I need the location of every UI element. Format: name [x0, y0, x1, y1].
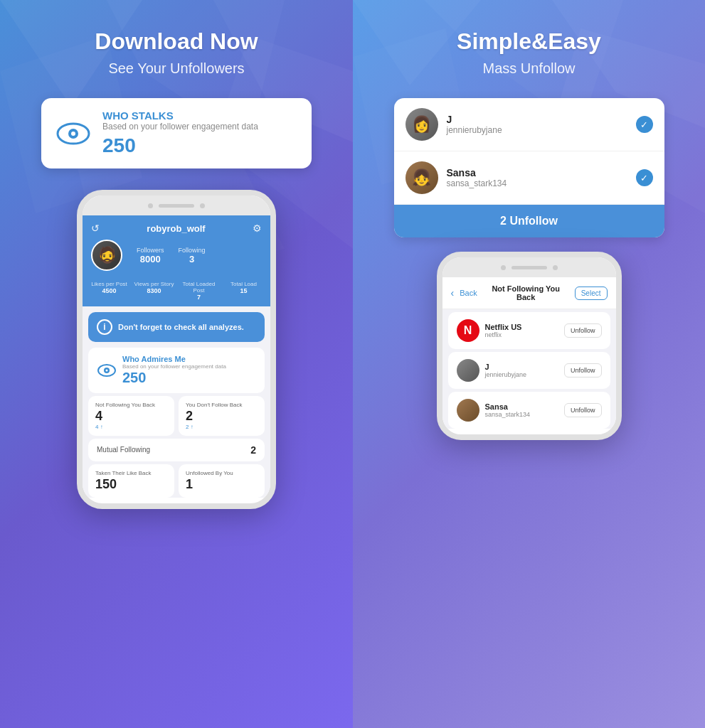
sub-stat-posts: Total Loaded Post 7: [178, 281, 220, 301]
stalks-title: WHO STALKS: [102, 109, 258, 122]
profile-avatar: 🧔: [91, 240, 122, 271]
back-button[interactable]: Back: [460, 289, 477, 297]
nav-title: Not Following You Back: [483, 284, 569, 301]
following-stat: Following 3: [179, 247, 206, 264]
stats-grid: Not Following You Back 4 4 ↑ You Don't F…: [88, 396, 265, 436]
stalks-count: 250: [102, 134, 258, 157]
who-stalks-card: WHO STALKS Based on your follower engage…: [41, 98, 312, 168]
sansa-user-info: Sansa sansa_stark134: [447, 167, 636, 188]
j-unfollow-button[interactable]: Unfollow: [564, 363, 602, 378]
netflix-avatar: N: [457, 319, 479, 342]
stalks-info: WHO STALKS Based on your follower engage…: [102, 109, 258, 157]
not-following-card: Not Following You Back 4 4 ↑: [88, 396, 174, 436]
svg-point-8: [71, 132, 75, 136]
info-text: Don't forget to check all analyzes.: [118, 323, 244, 331]
unfollowed-card: Unfollowed By You 1: [179, 464, 265, 498]
j-list-item: J jennierubyjane Unfollow: [448, 352, 610, 389]
right-phone-mockup: ‹ Back Not Following You Back Select N N…: [437, 252, 622, 440]
right-panel-subtitle: Mass Unfollow: [482, 60, 575, 77]
unfollow-list-card: 👩 J jennierubyjane ✓ 👧 Sansa sansa_stark…: [394, 98, 664, 237]
left-panel-title: Download Now: [95, 28, 258, 55]
mini-eye-icon: [97, 360, 117, 380]
who-admires-row: Who Admires Me Based on your follower en…: [97, 355, 256, 386]
right-phone-nav: ‹ Back Not Following You Back Select: [442, 277, 616, 309]
j-small-avatar: [457, 359, 479, 382]
sansa-avatar: 👧: [405, 161, 438, 194]
phone-dot2: [200, 203, 205, 208]
netflix-user-info: Netflix US netflix: [485, 323, 558, 338]
netflix-unfollow-button[interactable]: Unfollow: [564, 323, 602, 338]
phone-sub-stats: Likes per Post 4500 Views per Story 8300…: [83, 278, 270, 306]
select-button[interactable]: Select: [575, 287, 608, 300]
phone-screen: ↺ robyrob_wolf ⚙ 🧔 Followers 8000 Follow…: [83, 215, 270, 498]
left-panel-subtitle: See Your Unfollowers: [108, 60, 244, 77]
info-icon: i: [97, 319, 112, 335]
mass-unfollow-button[interactable]: 2 Unfollow: [394, 205, 664, 237]
right-panel-title: Simple&Easy: [457, 28, 601, 55]
info-banner: i Don't forget to check all analyzes.: [88, 312, 265, 342]
unfollow-user-sansa: 👧 Sansa sansa_stark134 ✓: [394, 151, 664, 205]
stalks-subtitle: Based on your follower engagement data: [102, 122, 258, 132]
right-phone-speaker: [511, 266, 547, 269]
sansa-check-icon: ✓: [636, 169, 653, 186]
j-user-info: J jennierubyjane: [447, 114, 636, 135]
svg-point-11: [106, 370, 108, 372]
j-avatar: 👩: [405, 108, 438, 141]
j-check-icon: ✓: [636, 116, 653, 133]
taken-likes-card: Taken Their Like Back 150: [88, 464, 174, 498]
followers-stat: Followers 8000: [137, 247, 164, 264]
back-arrow-icon: ‹: [451, 287, 455, 299]
right-phone-dot2: [553, 265, 558, 270]
sub-stat-views: Views per Story 8300: [133, 281, 175, 301]
j-list-user-info: J jennierubyjane: [485, 363, 558, 378]
sub-stat-load: Total Load 15: [223, 281, 265, 301]
phone-username: robyrob_wolf: [147, 223, 205, 234]
phone-speaker: [159, 204, 194, 208]
left-panel: Download Now See Your Unfollowers WHO ST…: [0, 0, 353, 728]
sub-stat-likes: Likes per Post 4500: [88, 281, 130, 301]
right-phone-camera: [501, 265, 506, 270]
sansa-small-avatar: [457, 399, 479, 422]
who-admires-card: Who Admires Me Based on your follower en…: [88, 348, 265, 393]
eye-icon: [55, 116, 91, 151]
unfollow-user-j: 👩 J jennierubyjane ✓: [394, 98, 664, 151]
phone-notch: [83, 196, 270, 215]
taken-card: Taken Their Like Back 150 Unfollowed By …: [88, 464, 265, 498]
right-phone-screen: ‹ Back Not Following You Back Select N N…: [442, 277, 616, 429]
dont-follow-card: You Don't Follow Back 2 2 ↑: [179, 396, 265, 436]
refresh-icon: ↺: [91, 223, 100, 234]
right-panel: Simple&Easy Mass Unfollow 👩 J jennieruby…: [353, 0, 705, 728]
phone-header: ↺ robyrob_wolf ⚙ 🧔 Followers 8000 Follow…: [83, 215, 270, 278]
phone-header-top: ↺ robyrob_wolf ⚙: [91, 223, 262, 234]
settings-icon: ⚙: [253, 223, 262, 234]
right-phone-notch: [442, 257, 616, 277]
phone-camera: [148, 203, 153, 208]
left-phone-mockup: ↺ robyrob_wolf ⚙ 🧔 Followers 8000 Follow…: [77, 190, 276, 509]
mutual-card: Mutual Following 2: [88, 439, 265, 461]
sansa-list-user-info: Sansa sansa_stark134: [485, 402, 558, 418]
phone-header-stats: 🧔 Followers 8000 Following 3: [91, 240, 262, 271]
sansa-list-item: Sansa sansa_stark134 Unfollow: [448, 392, 610, 429]
sansa-unfollow-button[interactable]: Unfollow: [564, 403, 602, 417]
netflix-list-item: N Netflix US netflix Unfollow: [448, 312, 610, 349]
who-admires-info: Who Admires Me Based on your follower en…: [122, 355, 226, 386]
